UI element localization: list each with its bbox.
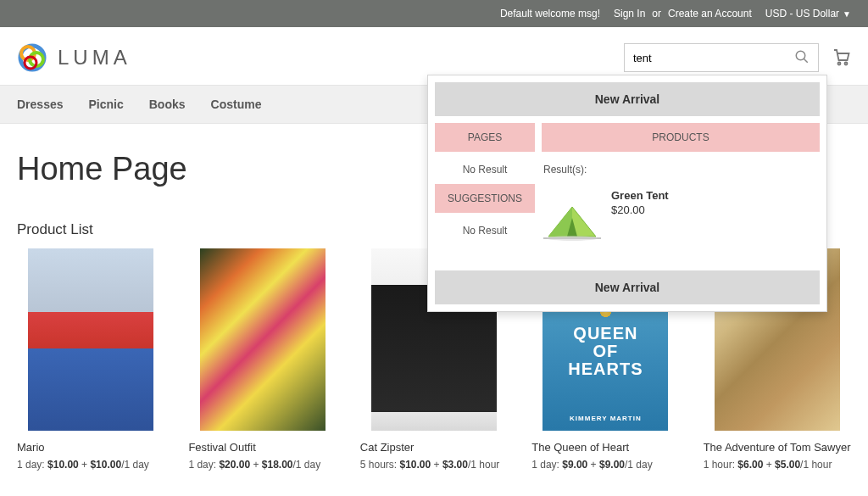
pages-result: No Result bbox=[435, 159, 535, 184]
nav-costume[interactable]: Costume bbox=[211, 86, 262, 123]
nav-books[interactable]: Books bbox=[149, 86, 186, 123]
search-input[interactable] bbox=[633, 52, 794, 64]
products-heading: PRODUCTS bbox=[542, 123, 820, 152]
product-card[interactable]: Mario1 day: $10.00 + $10.00/1 day bbox=[17, 248, 164, 471]
results-label: Result(s): bbox=[542, 159, 820, 184]
svg-line-5 bbox=[804, 59, 808, 63]
chevron-down-icon: ▼ bbox=[843, 9, 851, 19]
product-price: 5 hours: $10.00 + $3.00/1 hour bbox=[360, 459, 508, 471]
suggestions-heading: SUGGESTIONS bbox=[435, 184, 535, 213]
logo[interactable]: LUMA bbox=[17, 42, 131, 73]
welcome-msg: Default welcome msg! bbox=[500, 8, 600, 20]
search-dropdown: New Arrival PAGES No Result SUGGESTIONS … bbox=[427, 75, 827, 312]
currency-selector[interactable]: USD - US Dollar ▼ bbox=[765, 8, 851, 20]
product-name: Festival Outfit bbox=[188, 441, 336, 454]
create-account-link[interactable]: Create an Account bbox=[668, 8, 752, 20]
logo-text: LUMA bbox=[58, 46, 131, 70]
pages-heading: PAGES bbox=[435, 123, 535, 152]
search-box bbox=[624, 43, 819, 72]
product-name: The Adventure of Tom Sawyer bbox=[704, 441, 851, 454]
sign-in-link[interactable]: Sign In bbox=[614, 8, 645, 20]
svg-point-9 bbox=[547, 236, 598, 241]
svg-point-4 bbox=[796, 51, 805, 60]
svg-point-7 bbox=[845, 62, 848, 64]
product-price: 1 day: $10.00 + $10.00/1 day bbox=[17, 459, 164, 471]
product-name: Cat Zipster bbox=[360, 441, 508, 454]
product-price: 1 day: $20.00 + $18.00/1 day bbox=[188, 459, 336, 471]
product-price: 1 hour: $6.00 + $5.00/1 hour bbox=[704, 459, 851, 471]
product-card[interactable]: Festival Outfit1 day: $20.00 + $18.00/1 … bbox=[188, 248, 336, 471]
top-bar: Default welcome msg! Sign In or Create a… bbox=[0, 0, 868, 27]
result-price: $20.00 bbox=[611, 203, 669, 216]
search-result-item[interactable]: Green Tent $20.00 bbox=[542, 184, 820, 255]
result-name: Green Tent bbox=[611, 189, 669, 202]
product-name: Mario bbox=[17, 441, 164, 454]
nav-dresses[interactable]: Dresses bbox=[17, 86, 64, 123]
separator: or bbox=[652, 8, 661, 20]
svg-point-6 bbox=[838, 62, 841, 64]
product-thumbnail bbox=[28, 248, 153, 431]
dropdown-banner-bottom[interactable]: New Arrival bbox=[435, 270, 820, 304]
result-thumbnail bbox=[542, 189, 603, 250]
currency-label: USD - US Dollar bbox=[765, 8, 839, 20]
search-icon[interactable] bbox=[794, 49, 810, 67]
product-thumbnail bbox=[200, 248, 326, 431]
suggestions-result: No Result bbox=[435, 220, 535, 245]
product-price: 1 day: $9.00 + $9.00/1 day bbox=[531, 459, 679, 471]
dropdown-banner-top[interactable]: New Arrival bbox=[435, 82, 820, 116]
cart-icon[interactable] bbox=[831, 47, 851, 70]
logo-icon bbox=[17, 42, 47, 73]
nav-picnic[interactable]: Picnic bbox=[89, 86, 124, 123]
product-name: The Queen of Heart bbox=[531, 441, 679, 454]
